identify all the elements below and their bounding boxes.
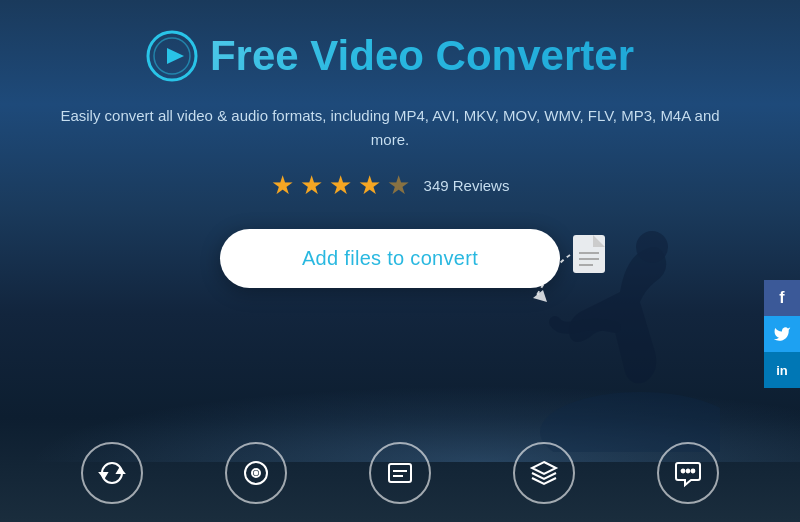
convert-icon [97, 458, 127, 488]
file-upload-decoration [525, 230, 615, 320]
star-3: ★ [329, 170, 352, 201]
linkedin-icon: in [776, 363, 788, 378]
star-2: ★ [300, 170, 323, 201]
main-content: Free Video Converter Easily convert all … [0, 0, 780, 288]
facebook-button[interactable]: f [764, 280, 800, 316]
add-files-button[interactable]: Add files to convert [220, 229, 560, 288]
svg-rect-15 [389, 464, 411, 482]
svg-marker-9 [167, 48, 184, 64]
dvd-button[interactable] [225, 442, 287, 504]
layers-button[interactable] [513, 442, 575, 504]
facebook-icon: f [779, 289, 784, 307]
app-logo-icon [146, 30, 198, 82]
chat-button[interactable] [657, 442, 719, 504]
reviews-count: 349 Reviews [424, 177, 510, 194]
chat-icon [673, 458, 703, 488]
app-subtitle: Easily convert all video & audio formats… [50, 104, 730, 152]
svg-point-19 [687, 470, 690, 473]
star-5-half: ★ [387, 170, 410, 201]
star-4: ★ [358, 170, 381, 201]
svg-marker-10 [117, 468, 124, 473]
convert-button[interactable] [81, 442, 143, 504]
dvd-icon [241, 458, 271, 488]
app-header: Free Video Converter [146, 30, 634, 82]
subtitles-button[interactable] [369, 442, 431, 504]
social-sidebar: f in [764, 280, 800, 388]
bottom-toolbar [0, 442, 800, 504]
app-title: Free Video Converter [210, 32, 634, 80]
svg-point-14 [255, 472, 258, 475]
twitter-button[interactable] [764, 316, 800, 352]
linkedin-button[interactable]: in [764, 352, 800, 388]
svg-marker-11 [100, 473, 107, 478]
svg-point-20 [692, 470, 695, 473]
subtitles-icon [385, 458, 415, 488]
star-1: ★ [271, 170, 294, 201]
layers-icon [529, 458, 559, 488]
svg-point-18 [682, 470, 685, 473]
twitter-icon [773, 325, 791, 343]
rating-row: ★ ★ ★ ★ ★ 349 Reviews [271, 170, 510, 201]
